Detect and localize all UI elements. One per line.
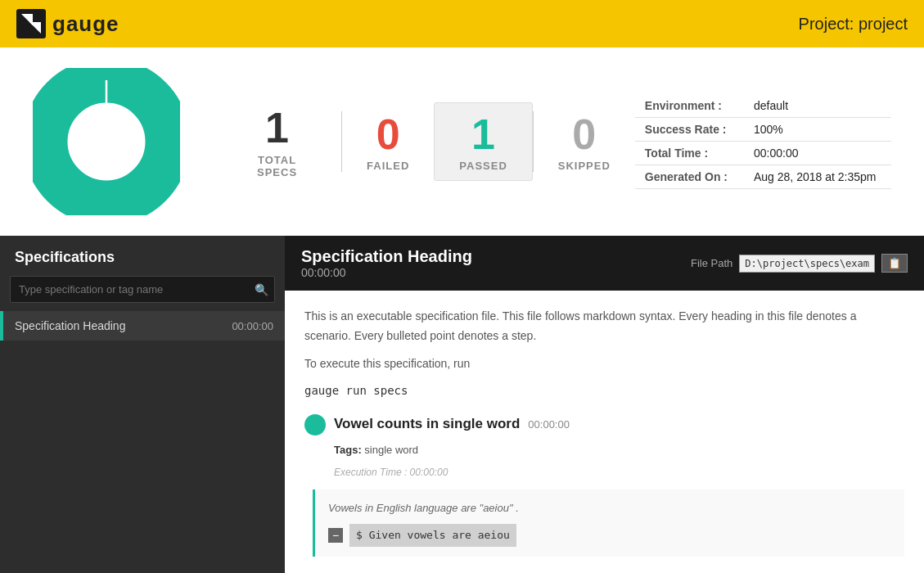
logo-text: gauge bbox=[52, 11, 119, 37]
passed-number: 1 bbox=[459, 111, 507, 158]
spec-description-line1: This is an executable specification file… bbox=[304, 307, 904, 346]
content-header-left: Specification Heading 00:00:00 bbox=[301, 247, 472, 279]
spec-description-line2: To execute this specification, run bbox=[304, 354, 904, 374]
failed-number: 0 bbox=[367, 111, 409, 158]
scenario-time: 00:00:00 bbox=[528, 416, 570, 434]
stats-numbers: 1 TOTAL SPECS 0 FAILED 1 PASSED 0 SKIPPE… bbox=[213, 102, 635, 181]
content-header: Specification Heading 00:00:00 File Path… bbox=[285, 236, 924, 291]
step-code-line: − $ Given vowels are aeiou bbox=[328, 524, 891, 547]
step-collapse-button[interactable]: − bbox=[328, 528, 343, 543]
app-header: gauge Project: project bbox=[0, 0, 924, 47]
project-name: Project: project bbox=[799, 15, 908, 34]
total-specs-stat: 1 TOTAL SPECS bbox=[213, 105, 341, 178]
content-panel: Specification Heading 00:00:00 File Path… bbox=[285, 236, 924, 573]
passed-label: PASSED bbox=[459, 160, 507, 172]
failed-label: FAILED bbox=[367, 160, 409, 172]
search-box[interactable]: 🔍 bbox=[10, 276, 275, 303]
donut-chart bbox=[33, 68, 180, 215]
step-description: Vowels in English language are "aeiou" . bbox=[328, 499, 891, 517]
generated-on-label: Generated On : bbox=[635, 165, 744, 189]
content-header-right: File Path D:\project\specs\exam 📋 bbox=[691, 254, 908, 273]
passed-stat: 1 PASSED bbox=[434, 102, 533, 181]
total-specs-label: TOTAL SPECS bbox=[237, 154, 317, 178]
file-path-value: D:\project\specs\exam bbox=[739, 255, 875, 273]
info-table: Environment : default Success Rate : 100… bbox=[635, 94, 891, 189]
tags-values: single word bbox=[364, 444, 418, 456]
logo-area: gauge bbox=[16, 9, 119, 38]
info-row-environment: Environment : default bbox=[635, 94, 891, 118]
tags-line: Tags: single word bbox=[334, 441, 904, 459]
success-rate-label: Success Rate : bbox=[635, 118, 744, 142]
file-path-label: File Path bbox=[691, 257, 732, 269]
spec-item-time: 00:00:00 bbox=[232, 320, 273, 332]
main-content: Specifications 🔍 Specification Heading 0… bbox=[0, 236, 924, 573]
spec-list-item[interactable]: Specification Heading 00:00:00 bbox=[0, 311, 285, 341]
search-input[interactable] bbox=[10, 276, 275, 303]
scenario-header: Vowel counts in single word 00:00:00 bbox=[304, 413, 904, 436]
spec-item-name: Specification Heading bbox=[15, 319, 125, 332]
step-block: Vowels in English language are "aeiou" .… bbox=[313, 490, 904, 557]
info-row-generated: Generated On : Aug 28, 2018 at 2:35pm bbox=[635, 165, 891, 189]
gauge-logo-icon bbox=[16, 9, 46, 38]
sidebar: Specifications 🔍 Specification Heading 0… bbox=[0, 236, 285, 573]
scenario-status-dot bbox=[304, 414, 326, 435]
environment-label: Environment : bbox=[635, 94, 744, 118]
step-code: $ Given vowels are aeiou bbox=[349, 524, 516, 547]
spec-heading: Specification Heading bbox=[301, 247, 472, 266]
info-row-time: Total Time : 00:00:00 bbox=[635, 142, 891, 165]
generated-on-value: Aug 28, 2018 at 2:35pm bbox=[744, 165, 891, 189]
sidebar-title: Specifications bbox=[0, 236, 285, 276]
failed-stat: 0 FAILED bbox=[341, 111, 434, 172]
skipped-stat: 0 SKIPPED bbox=[533, 111, 635, 172]
search-icon: 🔍 bbox=[255, 283, 268, 296]
scenario-title: Vowel counts in single word bbox=[334, 413, 520, 436]
tags-label: Tags: bbox=[334, 444, 362, 456]
total-time-label: Total Time : bbox=[635, 142, 744, 165]
copy-path-button[interactable]: 📋 bbox=[881, 254, 908, 273]
total-time-value: 00:00:00 bbox=[744, 142, 891, 165]
content-body: This is an executable specification file… bbox=[285, 291, 924, 573]
skipped-number: 0 bbox=[558, 111, 611, 158]
run-command: gauge run specs bbox=[304, 381, 904, 401]
total-specs-number: 1 bbox=[237, 105, 317, 151]
spec-time-badge: 00:00:00 bbox=[301, 266, 472, 279]
exec-time: Execution Time : 00:00:00 bbox=[334, 464, 904, 481]
skipped-label: SKIPPED bbox=[558, 160, 611, 172]
info-row-success: Success Rate : 100% bbox=[635, 118, 891, 142]
environment-value: default bbox=[744, 94, 891, 118]
success-rate-value: 100% bbox=[744, 118, 891, 142]
stats-bar: 1 TOTAL SPECS 0 FAILED 1 PASSED 0 SKIPPE… bbox=[0, 47, 924, 236]
scenario-block: Vowel counts in single word 00:00:00 Tag… bbox=[304, 413, 904, 557]
